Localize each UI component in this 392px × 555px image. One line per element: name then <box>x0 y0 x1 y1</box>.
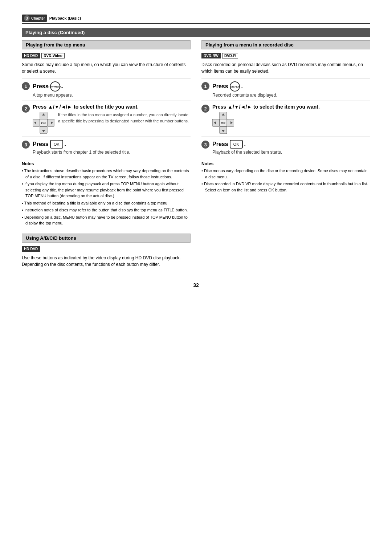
step-3-press-label: Press <box>33 141 49 147</box>
right-step-1-press: Press MENU . <box>212 81 370 92</box>
right-column: Playing from a menu in a recorded disc D… <box>201 40 370 271</box>
badge-hd-dvd: HD DVD <box>22 53 40 58</box>
left-intro: Some discs may include a top menu, on wh… <box>22 61 191 74</box>
step-1-press: Press TOPMENU . <box>33 81 191 92</box>
right-dpad-icon: OK <box>212 112 234 134</box>
ok-label-1: OK <box>54 142 60 146</box>
right-step-3: 3 Press OK . Playback of the selected it… <box>201 137 370 158</box>
step-1-content: Press TOPMENU . A top menu appears. <box>33 81 191 98</box>
step-3-sub: Playback starts from chapter 1 of the se… <box>33 150 191 155</box>
disc-continued-heading: Playing a disc (Continued) <box>22 28 370 37</box>
svg-text:OK: OK <box>41 121 46 125</box>
right-step-1-press-label: Press <box>212 83 228 90</box>
note-item: The instructions above describe basic pr… <box>22 168 191 180</box>
two-column-layout: Playing from the top menu HD DVD DVD-Vid… <box>22 40 370 271</box>
right-step-3-content: Press OK . Playback of the selected item… <box>212 140 370 155</box>
chapter-label: Chapter <box>31 16 45 20</box>
step-number-2: 2 <box>22 105 30 113</box>
step-3-content: Press OK . Playback starts from chapter … <box>33 140 191 155</box>
menu-label: MENU <box>230 85 239 88</box>
right-step-number-2: 2 <box>201 105 209 113</box>
right-badges: DVD-RW DVD-R <box>201 53 370 58</box>
right-step-1-sub: Recorded contents are displayed. <box>212 93 370 98</box>
right-step-2: 2 Press ▲/▼/◄/► to select the item you w… <box>201 101 370 137</box>
right-step-number-1: 1 <box>201 82 209 90</box>
topmenu-label: TOPMENU <box>48 85 62 88</box>
left-notes-title: Notes <box>22 161 191 166</box>
right-step-number-3: 3 <box>201 141 209 149</box>
right-section-heading: Playing from a menu in a recorded disc <box>201 40 370 49</box>
left-notes-list: The instructions above describe basic pr… <box>22 168 191 226</box>
right-step-3-press: Press OK . <box>212 140 370 149</box>
dpad-container: OK If the titles in the top menu are ass… <box>33 112 191 134</box>
note-item: If you display the top menu during playb… <box>22 181 191 199</box>
left-section-heading: Playing from the top menu <box>22 40 191 49</box>
using-abcd-heading: Using A/B/C/D buttons <box>22 234 191 243</box>
badge-dvd-video: DVD-Video <box>41 53 65 58</box>
right-note-item: Discs recorded in DVD VR mode display th… <box>201 181 370 193</box>
step-number-3: 3 <box>22 141 30 149</box>
right-notes: Notes Disc menus vary depending on the d… <box>201 161 370 193</box>
right-step-2-content: Press ▲/▼/◄/► to select the item you wan… <box>212 104 370 134</box>
right-dpad-container: OK <box>212 112 370 134</box>
dpad-icon: OK <box>33 112 54 134</box>
using-abcd-section: Using A/B/C/D buttons HD DVD Use these b… <box>22 234 191 268</box>
right-step-3-sub: Playback of the selected item starts. <box>212 150 370 155</box>
note-item: This method of locating a title is avail… <box>22 200 191 206</box>
chapter-number: 3 <box>24 15 30 21</box>
step-number-1: 1 <box>22 82 30 90</box>
badge-dvd-rw: DVD-RW <box>201 53 221 58</box>
right-step-3-press-label: Press <box>212 141 228 147</box>
right-step-2-instruction: Press ▲/▼/◄/► to select the item you wan… <box>212 104 370 110</box>
right-notes-list: Disc menus vary depending on the disc or… <box>201 168 370 193</box>
right-step-1: 1 Press MENU . Recorded contents are dis… <box>201 78 370 101</box>
step-1-button: TOPMENU <box>50 81 60 92</box>
right-step-3-button: OK <box>230 140 243 149</box>
left-column: Playing from the top menu HD DVD DVD-Vid… <box>22 40 191 271</box>
left-step-1: 1 Press TOPMENU . A top menu appears. <box>22 78 191 101</box>
left-step-3: 3 Press OK . Playback starts from chapte… <box>22 137 191 158</box>
right-step-1-button: MENU <box>230 81 240 92</box>
page-number: 32 <box>22 282 370 288</box>
note-item: Instruction notes of discs may refer to … <box>22 207 191 213</box>
using-abcd-text: Use these buttons as indicated by the vi… <box>22 255 191 268</box>
right-note-item: Disc menus vary depending on the disc or… <box>201 168 370 180</box>
step-3-button: OK <box>50 140 63 149</box>
chapter-title: Playback (Basic) <box>49 16 81 20</box>
right-intro: Discs recorded on personal devices such … <box>201 61 370 74</box>
left-notes: Notes The instructions above describe ba… <box>22 161 191 226</box>
ok-label-2: OK <box>233 142 239 146</box>
right-notes-title: Notes <box>201 161 370 166</box>
step-1-sub: A top menu appears. <box>33 93 191 98</box>
chapter-header: 3 Chapter Playback (Basic) <box>22 15 370 24</box>
badge-dvd-r: DVD-R <box>222 53 238 58</box>
step-3-press: Press OK . <box>33 140 191 149</box>
right-step-1-content: Press MENU . Recorded contents are displ… <box>212 81 370 98</box>
left-step-2: 2 Press ▲/▼/◄/► to select the title you … <box>22 101 191 137</box>
badge-hd-dvd-2: HD DVD <box>22 246 40 252</box>
step-2-instruction: Press ▲/▼/◄/► to select the title you wa… <box>33 104 191 110</box>
chapter-badge: 3 Chapter <box>22 15 47 22</box>
dpad-description: If the titles in the top menu are assign… <box>58 112 191 124</box>
svg-text:OK: OK <box>221 121 226 125</box>
using-abcd-badges: HD DVD <box>22 246 191 252</box>
step-1-press-label: Press <box>33 83 49 90</box>
left-badges: HD DVD DVD-Video <box>22 53 191 58</box>
note-item: Depending on a disc, MENU button may hav… <box>22 214 191 226</box>
step-2-content: Press ▲/▼/◄/► to select the title you wa… <box>33 104 191 134</box>
